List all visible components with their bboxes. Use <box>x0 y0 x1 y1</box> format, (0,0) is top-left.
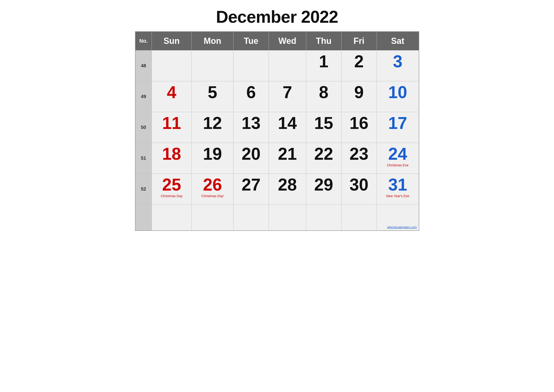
day-number: 19 <box>193 145 232 162</box>
day-cell: 22 <box>306 143 341 174</box>
calendar-title: December 2022 <box>135 7 419 27</box>
day-number: 16 <box>343 114 375 132</box>
week-number <box>135 204 152 231</box>
holiday-label: Christmas Eve <box>378 163 418 167</box>
header-thu: Thu <box>306 32 341 50</box>
day-number: 28 <box>270 176 305 193</box>
week-number: 52 <box>135 174 152 204</box>
day-cell: 3 <box>377 50 419 81</box>
day-cell: 17 <box>377 112 419 143</box>
day-cell <box>306 204 341 231</box>
header-sun: Sun <box>152 32 192 50</box>
day-cell: 20 <box>233 143 269 174</box>
day-number: 22 <box>307 145 340 162</box>
week-number: 50 <box>135 112 152 143</box>
day-cell <box>233 204 269 231</box>
day-cell: 11 <box>152 112 192 143</box>
day-cell: 7 <box>269 81 306 112</box>
day-number: 29 <box>307 176 340 193</box>
day-cell: 9 <box>341 81 377 112</box>
day-cell: 2 <box>341 50 377 81</box>
day-cell <box>341 204 377 231</box>
day-cell <box>269 204 306 231</box>
day-cell <box>152 204 192 231</box>
day-number: 12 <box>193 114 232 132</box>
day-cell <box>233 50 269 81</box>
day-cell: 28 <box>269 174 306 204</box>
header-tue: Tue <box>233 32 269 50</box>
day-cell: 10 <box>377 81 419 112</box>
day-number: 5 <box>193 84 232 101</box>
holiday-label: 'Christmas Day' <box>193 194 232 198</box>
header-no: No. <box>135 32 152 50</box>
day-cell: 26'Christmas Day' <box>192 174 234 204</box>
day-cell: 21 <box>269 143 306 174</box>
holiday-label: Christmas Day <box>153 194 190 198</box>
day-cell: 12 <box>192 112 234 143</box>
day-cell: 6 <box>233 81 269 112</box>
day-number: 17 <box>378 114 418 132</box>
day-number: 6 <box>235 84 267 101</box>
day-cell: 4 <box>152 81 192 112</box>
week-number: 48 <box>135 50 152 81</box>
header-sat: Sat <box>377 32 419 50</box>
day-number: 4 <box>153 84 190 101</box>
header-wed: Wed <box>269 32 306 50</box>
day-number: 20 <box>235 145 267 162</box>
day-number: 21 <box>270 145 305 162</box>
day-number: 10 <box>378 84 418 101</box>
day-cell: 30 <box>341 174 377 204</box>
header-row: No. Sun Mon Tue Wed Thu Fri Sat <box>135 32 419 50</box>
day-number: 23 <box>343 145 375 162</box>
day-cell: 25Christmas Day <box>152 174 192 204</box>
day-cell: 5 <box>192 81 234 112</box>
day-number: 3 <box>378 53 418 70</box>
day-cell <box>269 50 306 81</box>
watermark-link[interactable]: wheniscalendars.com <box>387 225 417 229</box>
day-number: 27 <box>235 176 267 193</box>
day-cell: 31New Year's Eve <box>377 174 419 204</box>
day-cell: 15 <box>306 112 341 143</box>
day-number: 18 <box>153 145 190 162</box>
holiday-label: New Year's Eve <box>378 194 418 198</box>
day-number: 2 <box>343 53 375 70</box>
day-number: 8 <box>307 84 340 101</box>
day-number: 1 <box>307 53 340 70</box>
day-number: 7 <box>270 84 305 101</box>
day-number: 26 <box>193 176 232 193</box>
day-cell: 19 <box>192 143 234 174</box>
day-cell: 27 <box>233 174 269 204</box>
day-cell: 24Christmas Eve <box>377 143 419 174</box>
day-cell: 1 <box>306 50 341 81</box>
day-cell: 13 <box>233 112 269 143</box>
header-mon: Mon <box>192 32 234 50</box>
day-cell: 29 <box>306 174 341 204</box>
day-number: 11 <box>153 114 190 132</box>
day-number: 14 <box>270 114 305 132</box>
day-number: 30 <box>343 176 375 193</box>
day-number: 24 <box>378 145 418 162</box>
day-cell: 14 <box>269 112 306 143</box>
week-number: 51 <box>135 143 152 174</box>
day-number: 9 <box>343 84 375 101</box>
day-cell: wheniscalendars.com <box>377 204 419 231</box>
day-number: 13 <box>235 114 267 132</box>
day-cell <box>152 50 192 81</box>
calendar-container: December 2022 No. Sun Mon Tue Wed Thu Fr… <box>135 7 419 231</box>
day-cell: 23 <box>341 143 377 174</box>
day-cell: 18 <box>152 143 192 174</box>
day-cell <box>192 204 234 231</box>
header-fri: Fri <box>341 32 377 50</box>
day-cell: 16 <box>341 112 377 143</box>
day-cell <box>192 50 234 81</box>
day-cell: 8 <box>306 81 341 112</box>
day-number: 15 <box>307 114 340 132</box>
day-number: 31 <box>378 176 418 193</box>
calendar-table: No. Sun Mon Tue Wed Thu Fri Sat 48123494… <box>135 31 419 231</box>
week-number: 49 <box>135 81 152 112</box>
day-number: 25 <box>153 176 190 193</box>
